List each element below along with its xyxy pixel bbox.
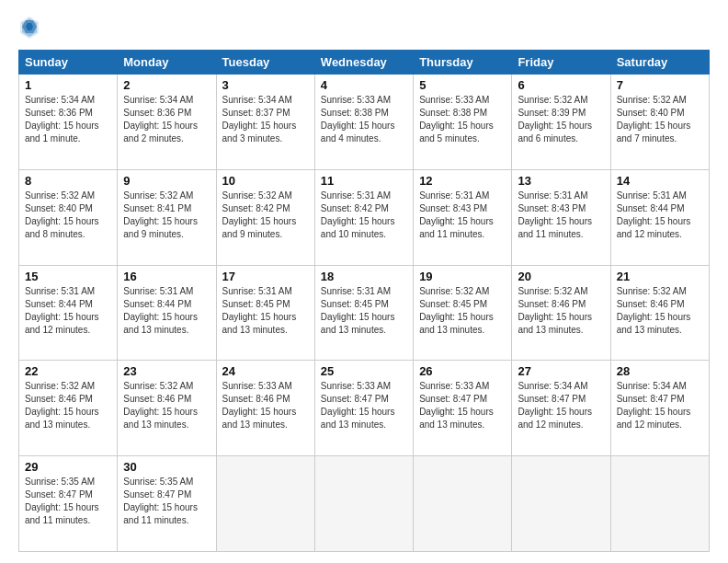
table-row: [512, 456, 610, 552]
day-number: 15: [25, 270, 111, 283]
day-number: 9: [123, 174, 210, 188]
table-row: 30Sunrise: 5:35 AMSunset: 8:47 PMDayligh…: [118, 456, 216, 552]
day-info: Sunrise: 5:31 AMSunset: 8:44 PMDaylight:…: [617, 190, 703, 241]
day-info: Sunrise: 5:34 AMSunset: 8:47 PMDaylight:…: [518, 380, 604, 431]
day-info: Sunrise: 5:34 AMSunset: 8:36 PMDaylight:…: [25, 94, 111, 145]
table-row: 5Sunrise: 5:33 AMSunset: 8:38 PMDaylight…: [414, 75, 512, 170]
day-info: Sunrise: 5:32 AMSunset: 8:41 PMDaylight:…: [123, 190, 210, 241]
table-row: 12Sunrise: 5:31 AMSunset: 8:43 PMDayligh…: [414, 169, 512, 265]
calendar-week-row: 15Sunrise: 5:31 AMSunset: 8:44 PMDayligh…: [19, 265, 710, 361]
table-row: 1Sunrise: 5:34 AMSunset: 8:36 PMDaylight…: [19, 75, 118, 170]
day-number: 5: [419, 78, 506, 92]
table-row: 14Sunrise: 5:31 AMSunset: 8:44 PMDayligh…: [610, 169, 709, 265]
page: Sunday Monday Tuesday Wednesday Thursday…: [0, 0, 728, 563]
day-info: Sunrise: 5:32 AMSunset: 8:40 PMDaylight:…: [617, 94, 703, 145]
day-info: Sunrise: 5:35 AMSunset: 8:47 PMDaylight:…: [25, 476, 111, 527]
logo: [18, 15, 44, 40]
day-info: Sunrise: 5:33 AMSunset: 8:38 PMDaylight:…: [321, 94, 407, 145]
day-number: 1: [25, 78, 111, 92]
col-friday: Friday: [512, 51, 610, 75]
day-number: 24: [222, 364, 309, 378]
col-thursday: Thursday: [414, 51, 512, 75]
calendar-table: Sunday Monday Tuesday Wednesday Thursday…: [18, 50, 710, 552]
day-info: Sunrise: 5:31 AMSunset: 8:43 PMDaylight:…: [419, 190, 506, 241]
table-row: [610, 456, 709, 552]
day-number: 14: [617, 174, 703, 188]
day-info: Sunrise: 5:34 AMSunset: 8:37 PMDaylight:…: [222, 94, 309, 145]
day-info: Sunrise: 5:32 AMSunset: 8:42 PMDaylight:…: [222, 190, 309, 241]
header: [18, 15, 710, 40]
table-row: 29Sunrise: 5:35 AMSunset: 8:47 PMDayligh…: [19, 456, 118, 552]
table-row: [216, 456, 314, 552]
day-number: 17: [222, 270, 309, 283]
table-row: 11Sunrise: 5:31 AMSunset: 8:42 PMDayligh…: [314, 169, 413, 265]
table-row: 9Sunrise: 5:32 AMSunset: 8:41 PMDaylight…: [118, 169, 216, 265]
day-info: Sunrise: 5:32 AMSunset: 8:45 PMDaylight:…: [419, 285, 506, 337]
table-row: 18Sunrise: 5:31 AMSunset: 8:45 PMDayligh…: [314, 265, 413, 361]
day-number: 6: [518, 78, 604, 92]
table-row: 16Sunrise: 5:31 AMSunset: 8:44 PMDayligh…: [118, 265, 216, 361]
table-row: 2Sunrise: 5:34 AMSunset: 8:36 PMDaylight…: [118, 75, 216, 170]
col-sunday: Sunday: [19, 51, 118, 75]
day-info: Sunrise: 5:32 AMSunset: 8:46 PMDaylight:…: [617, 285, 703, 337]
table-row: 6Sunrise: 5:32 AMSunset: 8:39 PMDaylight…: [512, 75, 610, 170]
day-number: 8: [25, 174, 111, 188]
table-row: 23Sunrise: 5:32 AMSunset: 8:46 PMDayligh…: [118, 361, 216, 456]
day-info: Sunrise: 5:34 AMSunset: 8:36 PMDaylight:…: [123, 94, 210, 145]
day-number: 16: [123, 270, 210, 283]
table-row: 24Sunrise: 5:33 AMSunset: 8:46 PMDayligh…: [216, 361, 314, 456]
day-number: 27: [518, 364, 604, 378]
table-row: 7Sunrise: 5:32 AMSunset: 8:40 PMDaylight…: [610, 75, 709, 170]
day-number: 7: [617, 78, 703, 92]
day-info: Sunrise: 5:32 AMSunset: 8:40 PMDaylight:…: [25, 190, 111, 241]
day-number: 21: [617, 270, 703, 283]
table-row: 15Sunrise: 5:31 AMSunset: 8:44 PMDayligh…: [19, 265, 118, 361]
calendar-week-row: 29Sunrise: 5:35 AMSunset: 8:47 PMDayligh…: [19, 456, 710, 552]
day-number: 18: [321, 270, 407, 283]
day-number: 11: [321, 174, 407, 188]
col-saturday: Saturday: [610, 51, 709, 75]
logo-icon: [18, 15, 40, 40]
day-info: Sunrise: 5:33 AMSunset: 8:46 PMDaylight:…: [222, 380, 309, 431]
calendar-header-row: Sunday Monday Tuesday Wednesday Thursday…: [19, 51, 710, 75]
table-row: 25Sunrise: 5:33 AMSunset: 8:47 PMDayligh…: [314, 361, 413, 456]
table-row: 8Sunrise: 5:32 AMSunset: 8:40 PMDaylight…: [19, 169, 118, 265]
day-info: Sunrise: 5:31 AMSunset: 8:44 PMDaylight:…: [25, 285, 111, 337]
table-row: 20Sunrise: 5:32 AMSunset: 8:46 PMDayligh…: [512, 265, 610, 361]
day-number: 28: [617, 364, 703, 378]
day-number: 29: [25, 460, 111, 474]
table-row: 10Sunrise: 5:32 AMSunset: 8:42 PMDayligh…: [216, 169, 314, 265]
day-number: 26: [419, 364, 506, 378]
day-info: Sunrise: 5:31 AMSunset: 8:44 PMDaylight:…: [123, 285, 210, 337]
table-row: 21Sunrise: 5:32 AMSunset: 8:46 PMDayligh…: [610, 265, 709, 361]
col-tuesday: Tuesday: [216, 51, 314, 75]
calendar-week-row: 8Sunrise: 5:32 AMSunset: 8:40 PMDaylight…: [19, 169, 710, 265]
day-number: 2: [123, 78, 210, 92]
day-number: 23: [123, 364, 210, 378]
day-number: 4: [321, 78, 407, 92]
table-row: 22Sunrise: 5:32 AMSunset: 8:46 PMDayligh…: [19, 361, 118, 456]
day-info: Sunrise: 5:35 AMSunset: 8:47 PMDaylight:…: [123, 476, 210, 527]
day-number: 20: [518, 270, 604, 283]
table-row: [414, 456, 512, 552]
day-number: 12: [419, 174, 506, 188]
day-info: Sunrise: 5:31 AMSunset: 8:45 PMDaylight:…: [321, 285, 407, 337]
table-row: 28Sunrise: 5:34 AMSunset: 8:47 PMDayligh…: [610, 361, 709, 456]
calendar-week-row: 22Sunrise: 5:32 AMSunset: 8:46 PMDayligh…: [19, 361, 710, 456]
day-number: 13: [518, 174, 604, 188]
day-number: 3: [222, 78, 309, 92]
day-info: Sunrise: 5:32 AMSunset: 8:46 PMDaylight:…: [123, 380, 210, 431]
table-row: 4Sunrise: 5:33 AMSunset: 8:38 PMDaylight…: [314, 75, 413, 170]
col-wednesday: Wednesday: [314, 51, 413, 75]
table-row: 27Sunrise: 5:34 AMSunset: 8:47 PMDayligh…: [512, 361, 610, 456]
table-row: 19Sunrise: 5:32 AMSunset: 8:45 PMDayligh…: [414, 265, 512, 361]
day-info: Sunrise: 5:34 AMSunset: 8:47 PMDaylight:…: [617, 380, 703, 431]
day-info: Sunrise: 5:33 AMSunset: 8:38 PMDaylight:…: [419, 94, 506, 145]
calendar-week-row: 1Sunrise: 5:34 AMSunset: 8:36 PMDaylight…: [19, 75, 710, 170]
day-number: 22: [25, 364, 111, 378]
day-number: 19: [419, 270, 506, 283]
day-info: Sunrise: 5:31 AMSunset: 8:42 PMDaylight:…: [321, 190, 407, 241]
table-row: 17Sunrise: 5:31 AMSunset: 8:45 PMDayligh…: [216, 265, 314, 361]
day-info: Sunrise: 5:32 AMSunset: 8:46 PMDaylight:…: [25, 380, 111, 431]
day-info: Sunrise: 5:31 AMSunset: 8:45 PMDaylight:…: [222, 285, 309, 337]
